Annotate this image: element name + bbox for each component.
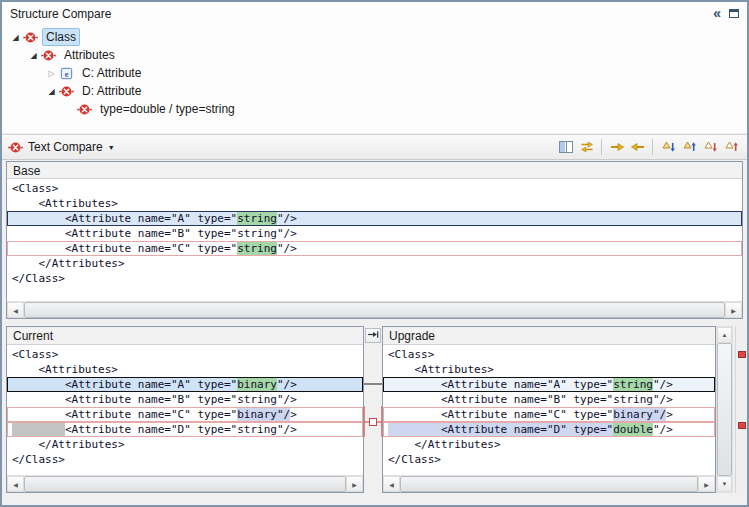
code-text: "/>: [653, 423, 673, 436]
changed-text-range: binary"/: [237, 408, 290, 421]
diff-marker[interactable]: [738, 422, 746, 429]
diff-handle-square[interactable]: [370, 419, 377, 426]
code-text: <Class>: [12, 348, 58, 361]
code-line[interactable]: <Attribute name="C" type="binary"/>: [7, 407, 363, 422]
scroll-left-button[interactable]: ◀: [383, 476, 400, 492]
tree-item-c-attribute[interactable]: ▷eC: Attribute: [2, 64, 747, 82]
structure-tree: ◢Class◢Attributes▷eC: Attribute◢D: Attri…: [2, 28, 747, 118]
code-text: >: [666, 408, 673, 421]
code-line[interactable]: <Attribute name="D" type="double"/>: [383, 422, 715, 437]
code-text: <Attribute name="C" type=": [388, 408, 613, 421]
code-line[interactable]: <Attribute name="B" type="string"/>: [383, 392, 715, 407]
tree-item-class[interactable]: ◢Class: [2, 28, 747, 46]
tree-item-label: D: Attribute: [78, 82, 145, 100]
scroll-up-button[interactable]: ▲: [717, 327, 732, 343]
structure-compare-panel: Structure Compare « ◢Class◢Attributes▷eC…: [2, 2, 747, 133]
code-text: <Attribute name="A" type=": [12, 378, 237, 391]
tree-item-label: C: Attribute: [78, 64, 145, 82]
upgrade-hscrollbar[interactable]: ◀ ▶: [383, 475, 715, 492]
code-text: <Attributes>: [12, 363, 118, 376]
code-text: "/>: [277, 242, 297, 255]
diff-icon: [8, 140, 23, 155]
maximize-view-icon[interactable]: [727, 5, 741, 21]
scroll-left-button[interactable]: ◀: [7, 302, 24, 318]
code-text: <Class>: [388, 348, 434, 361]
code-line[interactable]: </Attributes>: [7, 437, 363, 452]
expanded-arrow-icon[interactable]: ◢: [26, 51, 41, 60]
upgrade-vscrollbar[interactable]: ▲ ▼: [716, 326, 733, 493]
code-text: "/>: [277, 378, 297, 391]
previous-difference-button[interactable]: [678, 138, 699, 157]
current-pane: Current <Class> <Attributes> <Attribute …: [6, 326, 364, 493]
code-line[interactable]: <Attribute name="A" type="binary"/>: [7, 377, 363, 392]
scroll-right-button[interactable]: ▶: [725, 302, 742, 318]
code-line[interactable]: <Attribute name="C" type="binary"/>: [383, 407, 715, 422]
text-compare-title[interactable]: Text Compare: [28, 140, 103, 154]
code-text: <Attribute name="B" type="string"/>: [12, 393, 297, 406]
code-text: <Attribute name="D" type="string"/>: [65, 423, 297, 436]
code-line[interactable]: <Attributes>: [7, 196, 742, 211]
code-line[interactable]: <Attribute name="B" type="string"/>: [7, 226, 742, 241]
copy-left-to-right-button[interactable]: [606, 138, 627, 157]
copy-right-to-left-button[interactable]: [627, 138, 648, 157]
compare-editor-window: Structure Compare « ◢Class◢Attributes▷eC…: [0, 0, 749, 507]
code-line[interactable]: </Class>: [7, 271, 742, 286]
scroll-right-button[interactable]: ▶: [346, 476, 363, 492]
current-hscrollbar[interactable]: ◀ ▶: [7, 475, 363, 492]
scroll-down-button[interactable]: ▼: [717, 476, 732, 492]
tree-item-type-double-type-string[interactable]: type=double / type=string: [2, 100, 747, 118]
dropdown-arrow-icon[interactable]: ▼: [108, 144, 115, 151]
upgrade-pane: Upgrade <Class> <Attributes> <Attribute …: [382, 326, 716, 493]
code-line[interactable]: <Attributes>: [383, 362, 715, 377]
upgrade-code-area[interactable]: <Class> <Attributes> <Attribute name="A"…: [383, 345, 715, 474]
next-change-button[interactable]: [699, 138, 720, 157]
swap-panes-button[interactable]: [576, 138, 597, 157]
scrollbar-thumb[interactable]: [717, 343, 732, 476]
code-line[interactable]: </Attributes>: [7, 256, 742, 271]
code-line[interactable]: <Attribute name="B" type="string"/>: [7, 392, 363, 407]
next-difference-button[interactable]: [657, 138, 678, 157]
code-line[interactable]: <Attribute name="D" type="string"/>: [7, 422, 363, 437]
previous-change-button[interactable]: [720, 138, 741, 157]
code-line[interactable]: <Class>: [383, 347, 715, 362]
minimize-view-icon[interactable]: «: [713, 4, 721, 22]
tree-item-d-attribute[interactable]: ◢D: Attribute: [2, 82, 747, 100]
diff-icon: [23, 30, 38, 45]
code-line[interactable]: <Attribute name="A" type="string"/>: [383, 377, 715, 392]
code-line[interactable]: <Class>: [7, 181, 742, 196]
copy-current-change-button[interactable]: [365, 328, 381, 343]
collapsed-arrow-icon[interactable]: ▷: [44, 69, 59, 78]
scroll-right-button[interactable]: ▶: [698, 476, 715, 492]
tree-item-label: type=double / type=string: [96, 100, 239, 118]
text-compare-toolbar: [555, 138, 741, 157]
expanded-arrow-icon[interactable]: ◢: [8, 33, 23, 42]
changed-text-range: string: [237, 212, 277, 225]
scrollbar-thumb[interactable]: [24, 302, 725, 318]
two-pane-view-button[interactable]: [555, 138, 576, 157]
code-line[interactable]: <Class>: [7, 347, 363, 362]
diff-connector-strip: [364, 326, 382, 493]
changed-text-range: binary"/: [613, 408, 666, 421]
structure-compare-title: Structure Compare: [10, 7, 111, 21]
text-compare-header: Text Compare ▼: [2, 134, 747, 160]
code-line[interactable]: </Attributes>: [383, 437, 715, 452]
code-line[interactable]: <Attributes>: [7, 362, 363, 377]
window-box-icon: [729, 9, 739, 18]
code-text: </Class>: [12, 272, 65, 285]
scrollbar-thumb[interactable]: [400, 476, 698, 492]
code-line[interactable]: <Attribute name="A" type="string"/>: [7, 211, 742, 226]
scroll-left-button[interactable]: ◀: [7, 476, 24, 492]
current-code-area[interactable]: <Class> <Attributes> <Attribute name="A"…: [7, 345, 363, 474]
base-code-area[interactable]: <Class> <Attributes> <Attribute name="A"…: [7, 179, 742, 300]
diff-marker[interactable]: [738, 351, 746, 358]
code-text: "/>: [653, 378, 673, 391]
code-line[interactable]: <Attribute name="C" type="string"/>: [7, 241, 742, 256]
code-line[interactable]: </Class>: [383, 452, 715, 467]
scrollbar-thumb[interactable]: [24, 476, 346, 492]
code-text: <Class>: [12, 182, 58, 195]
expanded-arrow-icon[interactable]: ◢: [44, 87, 59, 96]
tree-item-attributes[interactable]: ◢Attributes: [2, 46, 747, 64]
code-text: <Attribute name="A" type=": [12, 212, 237, 225]
base-hscrollbar[interactable]: ◀ ▶: [7, 301, 742, 318]
code-line[interactable]: </Class>: [7, 452, 363, 467]
